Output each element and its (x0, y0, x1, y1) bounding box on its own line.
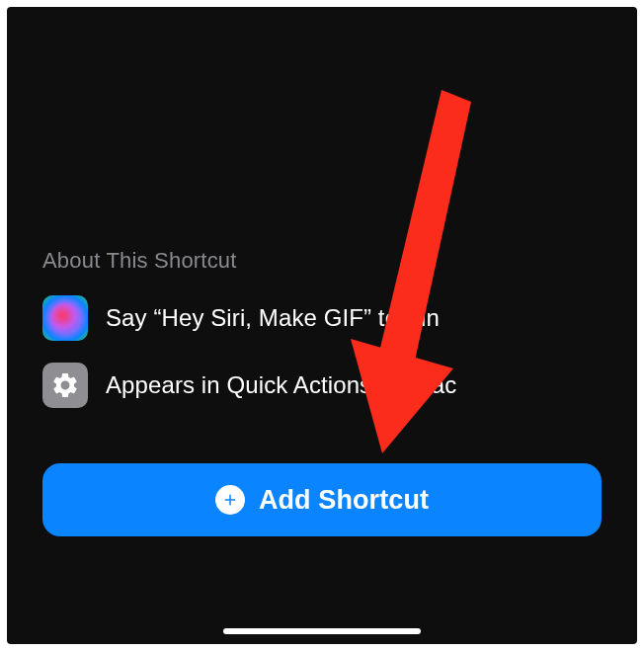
siri-icon (42, 295, 88, 341)
shortcut-detail-screen: About This Shortcut Say “Hey Siri, Make … (7, 7, 637, 644)
gear-icon (42, 363, 88, 408)
siri-hint-text: Say “Hey Siri, Make GIF” to run (106, 304, 440, 332)
home-indicator[interactable] (223, 628, 421, 634)
quick-actions-row: Appears in Quick Actions on Mac (42, 363, 602, 408)
quick-actions-text: Appears in Quick Actions on Mac (106, 371, 456, 399)
add-shortcut-label: Add Shortcut (259, 485, 429, 516)
section-title: About This Shortcut (42, 248, 602, 274)
plus-circle-icon (215, 485, 245, 515)
siri-hint-row: Say “Hey Siri, Make GIF” to run (42, 295, 602, 341)
add-shortcut-button[interactable]: Add Shortcut (42, 463, 602, 536)
